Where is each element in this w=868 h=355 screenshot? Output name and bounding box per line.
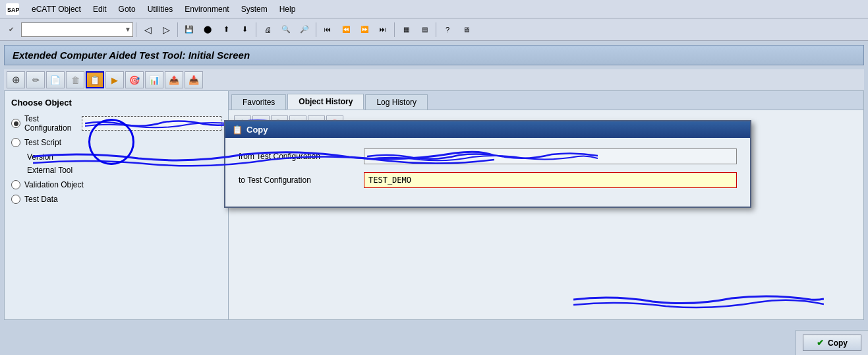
transport-btn[interactable]: 📤	[165, 71, 183, 88]
menu-help[interactable]: Help	[274, 3, 301, 15]
radio-circle-test-data	[11, 195, 20, 204]
radio-label-test-data: Test Data	[24, 195, 58, 204]
from-input[interactable]	[364, 148, 737, 164]
dialog-body: from Test Configuration to Test Configur…	[225, 138, 750, 207]
menu-goto[interactable]: Goto	[113, 3, 141, 15]
radio-label-test-config: Test Configuration	[24, 114, 71, 133]
find-next-btn[interactable]: 🔎	[296, 21, 313, 38]
back-nav-icon[interactable]: ✔	[3, 21, 20, 38]
from-row: from Test Configuration	[239, 148, 737, 164]
copy-button[interactable]: ✔ Copy	[803, 335, 861, 351]
target-btn[interactable]: 🎯	[125, 71, 144, 88]
main-toolbar: ✔ ▼ ◁ ▷ 💾 ⬤ ⬆ ⬇ 🖨 🔍 🔎 ⏮ ⏪ ⏩ ⏭ ▦ ▤ ? 🖥	[0, 18, 868, 41]
to-input[interactable]	[364, 172, 737, 188]
shortcut-btn[interactable]: ⬤	[199, 21, 216, 38]
to-row: to Test Configuration	[239, 172, 737, 188]
screen-title: Extended Computer Aided Test Tool: Initi…	[4, 45, 864, 65]
tab-favorites[interactable]: Favorites	[231, 94, 286, 110]
radio-test-config[interactable]: Test Configuration	[11, 114, 221, 133]
prev-btn[interactable]: ◁	[139, 21, 156, 38]
down-btn[interactable]: ⬇	[236, 21, 253, 38]
sub-external-tool: External Tool	[27, 166, 221, 175]
menu-edit[interactable]: Edit	[88, 3, 112, 15]
radio-circle-validation	[11, 180, 20, 189]
sysinfo-btn[interactable]: 🖥	[457, 21, 475, 38]
last-btn[interactable]: ⏭	[374, 21, 391, 38]
radio-test-script[interactable]: Test Script	[11, 138, 221, 147]
next-btn[interactable]: ▷	[158, 21, 175, 38]
component-btn[interactable]: 📊	[145, 71, 163, 88]
toolbar-separator-1	[136, 22, 136, 37]
test-config-input[interactable]	[82, 116, 221, 131]
tab-log-history[interactable]: Log History	[365, 94, 428, 110]
layout1-btn[interactable]: ▦	[397, 21, 415, 38]
delete-btn[interactable]: 🗑	[66, 71, 84, 88]
radio-label-validation: Validation Object	[24, 180, 84, 189]
ecatt-toolbar: ⊕ ✏ 📄 🗑 📋 ▶ 🎯 📊 📤 📥	[4, 69, 864, 90]
copy-button-label: Copy	[828, 339, 848, 348]
toolbar-separator-4	[316, 22, 316, 37]
dialog-title-text: Copy	[246, 125, 268, 135]
choose-object-label: Choose Object	[11, 98, 221, 108]
tabs-bar: Favorites Object History Log History	[229, 91, 863, 110]
dialog-icon: 📋	[232, 125, 243, 135]
copy-ecatt-btn[interactable]: 📋	[86, 71, 104, 88]
to-label: to Test Configuration	[239, 176, 357, 185]
select-btn[interactable]: ⊕	[7, 71, 25, 88]
help-btn[interactable]: ?	[439, 21, 456, 38]
copy-dialog: 📋 Copy from Test Configuration	[224, 120, 751, 208]
tab-object-history[interactable]: Object History	[287, 94, 364, 110]
find-btn[interactable]: 🔍	[277, 21, 295, 38]
menu-bar: SAP eCATT Object Edit Goto Utilities Env…	[0, 0, 868, 18]
combo-arrow-icon: ▼	[125, 26, 131, 33]
run-btn[interactable]: ▶	[105, 71, 124, 88]
sap-logo-icon: SAP	[5, 2, 20, 16]
toolbar-separator-5	[394, 22, 395, 37]
next-pg-btn[interactable]: ⏩	[356, 21, 373, 38]
svg-text:SAP: SAP	[7, 7, 19, 13]
layout2-btn[interactable]: ▤	[416, 21, 433, 38]
print-btn[interactable]: 🖨	[259, 21, 276, 38]
menu-environment[interactable]: Environment	[179, 3, 234, 15]
prev-pg-btn[interactable]: ⏪	[337, 21, 355, 38]
radio-circle-test-config	[11, 119, 20, 128]
radio-label-test-script: Test Script	[24, 138, 61, 147]
toolbar-separator-2	[177, 22, 178, 37]
radio-circle-test-script	[11, 138, 20, 147]
menu-system[interactable]: System	[236, 3, 273, 15]
up-btn[interactable]: ⬆	[217, 21, 235, 38]
first-btn[interactable]: ⏮	[319, 21, 336, 38]
toolbar-separator-3	[256, 22, 256, 37]
toolbar-separator-6	[436, 22, 436, 37]
radio-test-data[interactable]: Test Data	[11, 195, 221, 204]
from-label: from Test Configuration	[239, 152, 357, 161]
left-panel: Choose Object Test Configuration	[5, 91, 229, 319]
transaction-combo[interactable]: ▼	[21, 22, 133, 37]
menu-utilities[interactable]: Utilities	[142, 3, 179, 15]
dialog-title-bar: 📋 Copy	[225, 121, 750, 138]
edit-btn[interactable]: ✏	[26, 71, 45, 88]
download-btn[interactable]: 📥	[185, 71, 203, 88]
copy-check-icon: ✔	[817, 338, 824, 348]
new-btn[interactable]: 📄	[46, 71, 65, 88]
radio-validation-object[interactable]: Validation Object	[11, 180, 221, 189]
sub-version: Version	[27, 152, 221, 162]
menu-ecatt-object[interactable]: eCATT Object	[26, 3, 86, 15]
save-btn[interactable]: 💾	[181, 21, 198, 38]
dialog-box: 📋 Copy from Test Configuration	[224, 120, 751, 208]
